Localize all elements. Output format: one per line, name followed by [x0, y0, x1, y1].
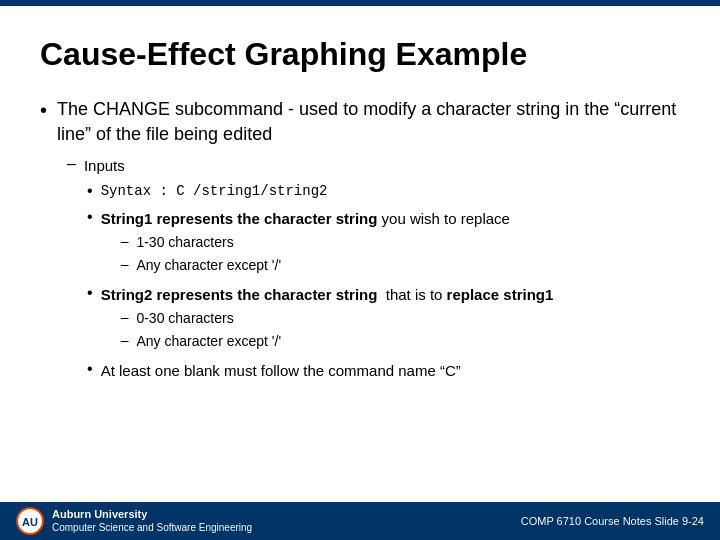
input-text-2: String2 represents the character string …: [101, 286, 554, 303]
footer-left: AU Auburn University Computer Science an…: [16, 507, 252, 535]
bullet-dot: •: [40, 99, 47, 122]
bullet-sub-dot-0: •: [87, 182, 93, 200]
bullet-sub-dot-3: •: [87, 360, 93, 378]
replace-bold: replace string1: [447, 286, 554, 303]
footer-text-block: Auburn University Computer Science and S…: [52, 508, 252, 533]
nested-text-2: 0-30 characters: [136, 309, 233, 329]
nested-text-0: 1-30 characters: [136, 233, 233, 253]
nested-dash-2: –: [121, 309, 129, 325]
input-item-0: • Syntax : C /string1/string2: [87, 182, 680, 202]
main-content: Cause-Effect Graphing Example • The CHAN…: [0, 6, 720, 405]
main-bullet-content: The CHANGE subcommand - used to modify a…: [57, 97, 680, 387]
nested-dash-3: –: [121, 332, 129, 348]
input-item-3: • At least one blank must follow the com…: [87, 360, 680, 381]
nested-text-1: Any character except '/': [136, 256, 281, 276]
sub-list: – Inputs • Syntax : C /string1/string2 •: [67, 155, 680, 381]
footer-university: Auburn University: [52, 508, 252, 521]
input-content-2: String2 represents the character string …: [101, 284, 554, 354]
string2-nested-list: – 0-30 characters – Any character except…: [121, 309, 554, 351]
main-bullet-item: • The CHANGE subcommand - used to modify…: [40, 97, 680, 387]
nested-text-3: Any character except '/': [136, 332, 281, 352]
input-item-2: • String2 represents the character strin…: [87, 284, 680, 354]
string1-bold: String1 represents the character string: [101, 210, 378, 227]
string2-bold: String2 represents the character string: [101, 286, 378, 303]
main-bullet-text: The CHANGE subcommand - used to modify a…: [57, 99, 676, 144]
inputs-heading: Inputs: [84, 155, 125, 176]
string1-nested-0: – 1-30 characters: [121, 233, 510, 253]
auburn-logo: AU: [16, 507, 44, 535]
bullet-list: • The CHANGE subcommand - used to modify…: [40, 97, 680, 387]
string1-nested-list: – 1-30 characters – Any character except…: [121, 233, 510, 275]
input-text-1: String1 represents the character string …: [101, 210, 510, 227]
footer: AU Auburn University Computer Science an…: [0, 502, 720, 540]
slide-title: Cause-Effect Graphing Example: [40, 36, 680, 73]
footer-department: Computer Science and Software Engineerin…: [52, 522, 252, 534]
inputs-heading-item: – Inputs: [67, 155, 680, 176]
string2-nested-0: – 0-30 characters: [121, 309, 554, 329]
bullet-sub-dot-1: •: [87, 208, 93, 226]
input-text-3: At least one blank must follow the comma…: [101, 360, 461, 381]
nested-dash-1: –: [121, 256, 129, 272]
string2-nested-1: – Any character except '/': [121, 332, 554, 352]
string1-nested-1: – Any character except '/': [121, 256, 510, 276]
sub-dash: –: [67, 155, 76, 173]
bullet-sub-dot-2: •: [87, 284, 93, 302]
nested-dash-0: –: [121, 233, 129, 249]
input-content-1: String1 represents the character string …: [101, 208, 510, 278]
input-text-0: Syntax : C /string1/string2: [101, 182, 328, 202]
input-item-1: • String1 represents the character strin…: [87, 208, 680, 278]
footer-course-info: COMP 6710 Course Notes Slide 9-24: [521, 515, 704, 527]
svg-text:AU: AU: [22, 516, 38, 528]
